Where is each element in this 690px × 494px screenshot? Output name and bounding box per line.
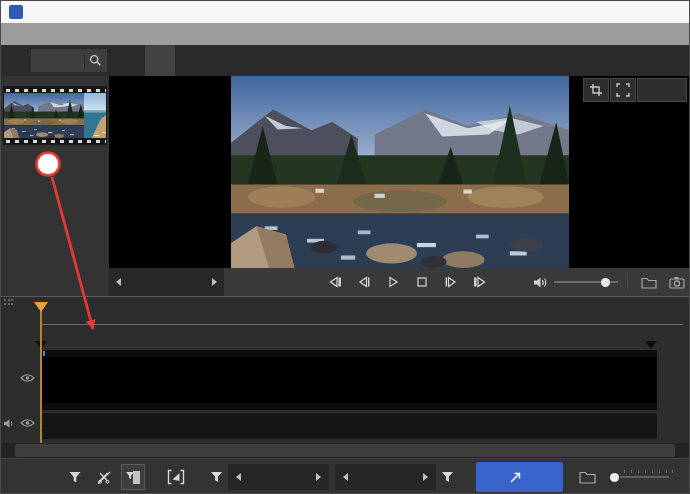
speaker-icon[interactable] <box>533 276 548 289</box>
maximize-button[interactable] <box>605 1 647 23</box>
output-folder-button[interactable] <box>576 464 599 490</box>
eye-icon <box>20 418 35 428</box>
filmstrip-sprockets <box>41 350 657 357</box>
save-button[interactable] <box>476 462 563 492</box>
audio-track[interactable] <box>41 413 657 439</box>
video-frame <box>231 76 569 268</box>
marker-funnel-icon <box>68 471 82 484</box>
remove-marker-button[interactable] <box>92 464 115 490</box>
volume-slider-handle[interactable] <box>601 278 610 287</box>
crop-icon <box>589 83 603 97</box>
close-button[interactable] <box>647 1 689 23</box>
decrease-icon[interactable] <box>343 473 348 481</box>
next-keyframe-button[interactable] <box>467 270 493 294</box>
camera-icon <box>669 276 685 289</box>
next-keyframe-icon <box>473 276 487 288</box>
audio-track-mute-toggle[interactable] <box>3 418 16 429</box>
search-icon <box>89 54 102 67</box>
content-row <box>1 76 689 296</box>
tab-project[interactable] <box>145 45 175 76</box>
tab-bar <box>1 45 689 76</box>
fullscreen-icon <box>616 83 630 97</box>
zoom-level-select[interactable] <box>637 78 687 102</box>
minimize-button[interactable] <box>563 1 605 23</box>
timeline-clip-label <box>41 350 125 357</box>
invert-selection-icon <box>167 469 185 485</box>
thumb-frame-nature <box>4 93 84 138</box>
cut-fragment-button[interactable] <box>121 464 144 490</box>
media-file-name <box>1 76 109 86</box>
add-marker-button[interactable] <box>63 464 86 490</box>
open-file-button[interactable] <box>636 270 662 294</box>
add-tab-button[interactable] <box>1 45 31 76</box>
export-arrow-icon <box>509 471 522 484</box>
snapshot-button[interactable] <box>664 270 690 294</box>
video-preview[interactable] <box>109 76 689 268</box>
timeline-scrollbar[interactable] <box>1 443 689 458</box>
invert-selection-button[interactable] <box>163 463 190 491</box>
splitter-handle-icon[interactable] <box>4 299 14 305</box>
play-icon <box>387 276 399 288</box>
filmstrip-sprockets <box>41 403 657 410</box>
playhead-marker[interactable] <box>34 302 48 312</box>
goto-start-marker-button[interactable] <box>208 464 225 490</box>
menu-bar <box>1 23 689 45</box>
editing-toolbar <box>1 458 689 494</box>
volume-control <box>533 268 618 296</box>
thumb-frame-coast <box>84 93 106 138</box>
playback-control-bar <box>109 268 689 296</box>
app-window <box>0 0 690 494</box>
scroll-left-icon[interactable] <box>1 443 15 458</box>
time-decrease-icon[interactable] <box>116 278 121 286</box>
play-button[interactable] <box>380 270 406 294</box>
marker-funnel-icon <box>441 471 454 483</box>
volume-slider[interactable] <box>554 281 618 283</box>
fullscreen-button[interactable] <box>610 78 636 102</box>
speaker-icon <box>3 418 16 429</box>
previous-frame-icon <box>357 276 371 288</box>
previous-frame-button[interactable] <box>351 270 377 294</box>
scroll-right-icon[interactable] <box>675 443 689 458</box>
zoom-slider-handle[interactable] <box>610 473 619 482</box>
current-time-stepper[interactable] <box>109 268 224 296</box>
scissors-slash-icon <box>97 471 111 484</box>
preview-controls <box>583 78 687 102</box>
increase-icon[interactable] <box>423 473 428 481</box>
clip-end-marker[interactable] <box>645 341 657 349</box>
audio-track-visibility-toggle[interactable] <box>20 418 35 428</box>
playhead-line <box>40 303 42 443</box>
media-library-panel <box>1 76 109 296</box>
fragment-end-time-stepper[interactable] <box>335 464 436 490</box>
media-thumbnail[interactable] <box>3 86 107 145</box>
time-increase-icon[interactable] <box>212 278 217 286</box>
scrollbar-thumb[interactable] <box>15 444 675 457</box>
search-input[interactable] <box>31 49 107 72</box>
folder-icon <box>641 276 657 289</box>
crop-button[interactable] <box>583 78 609 102</box>
tab-player[interactable] <box>115 45 145 76</box>
marker-funnel-icon <box>210 471 223 483</box>
transport-buttons <box>322 270 493 294</box>
next-frame-button[interactable] <box>438 270 464 294</box>
stop-button[interactable] <box>409 270 435 294</box>
video-track-visibility-toggle[interactable] <box>20 373 35 383</box>
goto-end-marker-button[interactable] <box>439 464 456 490</box>
increase-icon[interactable] <box>316 473 321 481</box>
next-frame-icon <box>444 276 458 288</box>
eye-icon <box>20 373 35 383</box>
timeline-zoom-slider[interactable] <box>610 467 670 487</box>
timeline-ruler[interactable] <box>41 324 683 325</box>
video-track[interactable] <box>41 350 657 410</box>
video-panel <box>109 76 689 296</box>
stop-icon <box>416 276 428 288</box>
fragment-start-time-stepper[interactable] <box>228 464 329 490</box>
previous-keyframe-button[interactable] <box>322 270 348 294</box>
marker-fragment-icon <box>125 470 141 485</box>
previous-keyframe-icon <box>328 276 342 288</box>
filmstrip-sprockets <box>4 138 106 144</box>
filmstrip-frames <box>41 357 657 403</box>
folder-icon <box>579 470 596 484</box>
title-bar <box>1 1 689 23</box>
app-logo-icon <box>9 5 23 19</box>
decrease-icon[interactable] <box>236 473 241 481</box>
